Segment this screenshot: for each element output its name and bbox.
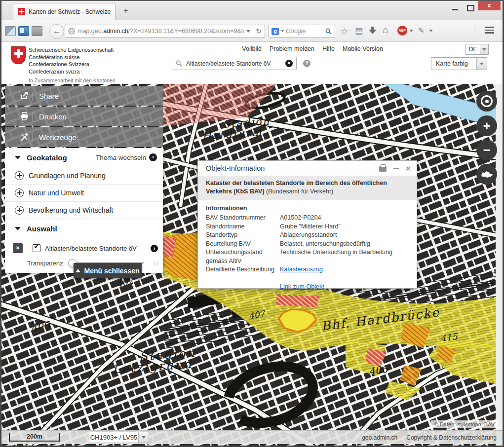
remove-layer-button[interactable]: ✕ xyxy=(13,243,23,253)
browser-search-box[interactable]: g Google xyxy=(268,25,335,37)
expand-plus-icon xyxy=(15,206,24,215)
dataset-header: Kataster der belasteten Standorte im Ber… xyxy=(198,176,417,200)
link-mobile-version[interactable]: Mobile Version xyxy=(343,45,383,52)
sidebar-item-drucken[interactable]: Drucken xyxy=(5,107,163,126)
popup-title: Objekt-Information xyxy=(206,164,379,172)
map-style-select[interactable]: Karte farbig xyxy=(431,57,487,70)
expand-plus-icon xyxy=(15,188,24,197)
scale-bar: 200m xyxy=(9,433,60,442)
popup-body: Informationen BAV Standortnummer A01502-… xyxy=(198,200,417,296)
search-input[interactable] xyxy=(185,60,282,68)
userscript-icon[interactable]: ✎ xyxy=(418,26,425,35)
addon-icon-2[interactable] xyxy=(18,26,29,36)
category-grundlagen-und-planung[interactable]: Grundlagen und Planung xyxy=(5,167,163,185)
thema-wechseln-link[interactable]: Thema wechseln › xyxy=(96,153,157,161)
crs-select[interactable]: CH1903+ / LV95 xyxy=(89,432,149,443)
bookmark-star-icon[interactable]: ☆ xyxy=(340,26,349,37)
browser-menu-icon[interactable] xyxy=(485,27,494,35)
language-select[interactable]: DE xyxy=(465,44,489,55)
object-information-popup: Objekt-Information × Kataster der belast… xyxy=(197,160,417,289)
map-search-field[interactable]: ✕ xyxy=(172,57,297,70)
tools-icon xyxy=(19,133,30,142)
minimize-icon[interactable] xyxy=(393,168,399,169)
window-minimize-button[interactable] xyxy=(452,9,458,10)
window-maximize-button[interactable] xyxy=(467,5,474,11)
auswahl-header[interactable]: Auswahl xyxy=(5,219,163,238)
geoadmin-link[interactable]: geo.admin.ch xyxy=(362,434,397,441)
window-close-button[interactable]: x xyxy=(478,1,501,10)
close-icon[interactable]: × xyxy=(406,164,411,173)
swiss-coat-of-arms-icon xyxy=(11,46,26,64)
print-icon[interactable] xyxy=(379,166,387,172)
search-placeholder: Google xyxy=(286,28,323,35)
expand-plus-icon xyxy=(15,171,24,180)
copyright-link[interactable]: Copyright & Datenschutzerklärung xyxy=(406,434,497,441)
link-zum-objekt-link[interactable]: Link zum Objekt xyxy=(280,283,324,290)
layer-visibility-checkbox[interactable]: ✓ xyxy=(33,244,40,252)
info-row: BAV Standortnummer A01502-P0204 xyxy=(206,214,409,223)
layer-name: Altlasten/belastete Standorte öV xyxy=(45,245,151,252)
share-icon xyxy=(19,91,30,100)
addon-icon-1[interactable] xyxy=(5,26,16,36)
google-logo-icon[interactable]: g xyxy=(271,28,279,35)
page-scrollbar[interactable] xyxy=(496,84,503,446)
globe-icon xyxy=(68,28,75,35)
info-row: Standortname Grube "Mittlerer Hard" xyxy=(206,223,409,231)
map-attribution[interactable]: © Daten: swisstopo, BAV xyxy=(431,420,498,428)
userscript-dropdown-icon[interactable] xyxy=(429,30,433,32)
zoom-out-button[interactable]: − xyxy=(476,140,497,160)
geolocate-button[interactable] xyxy=(476,91,497,112)
url-bar[interactable]: map.geo.admin.ch/?X=249138.11&Y=680698.2… xyxy=(65,25,265,37)
layer-info-icon[interactable]: i xyxy=(151,245,158,252)
active-layer-row: ✕ ✓ Altlasten/belastete Standorte öV i xyxy=(5,238,163,256)
popup-header[interactable]: Objekt-Information × xyxy=(198,161,417,176)
layer-reorder-arrows-icon[interactable]: ↑↓ xyxy=(153,259,158,267)
browser-tab[interactable]: Karten der Schweiz - Schweize... xyxy=(13,3,116,20)
info-row: Standorttyp Ablagerungsstandort xyxy=(206,231,409,240)
favicon-swiss-flag-icon xyxy=(18,8,25,15)
sidebar-item-share[interactable]: Share xyxy=(5,86,163,106)
map-label-415: 415 xyxy=(440,331,459,343)
magnifier-icon[interactable] xyxy=(325,28,332,35)
header-links: Vollbild Problem melden Hilfe Mobile Ver… xyxy=(242,45,383,52)
printer-icon xyxy=(19,112,30,121)
category-natur-und-umwelt[interactable]: Natur und Umwelt xyxy=(5,185,163,202)
zoom-to-switzerland-button[interactable] xyxy=(476,164,497,185)
sidebar-item-werkzeuge[interactable]: Werkzeuge xyxy=(5,127,163,147)
addon-icon-3[interactable] xyxy=(32,26,42,36)
new-tab-button[interactable]: + xyxy=(120,5,132,17)
zoom-in-button[interactable]: + xyxy=(476,115,497,136)
downloads-icon[interactable] xyxy=(369,27,377,35)
chevron-down-icon xyxy=(482,48,486,51)
katasterauszug-link[interactable]: Katasterauszug xyxy=(280,266,323,273)
search-engine-dropdown-icon[interactable] xyxy=(281,30,284,32)
info-row: Beurteilung BAV Belastet, untersuchungsb… xyxy=(206,240,409,249)
info-row: Link zum Objekt xyxy=(206,283,409,292)
info-row: Detaillierte Beschreibung Katasterauszug xyxy=(206,265,409,274)
tab-title: Karten der Schweiz - Schweize... xyxy=(29,8,111,15)
reload-icon[interactable]: ↻ xyxy=(256,27,262,35)
category-bevoelkerung-und-wirtschaft[interactable]: Bevölkerung und Wirtschaft xyxy=(5,202,163,219)
url-text: map.geo.admin.ch/?X=249138.11&Y=680698.2… xyxy=(78,28,244,35)
informationen-heading: Informationen xyxy=(206,205,409,212)
url-dropdown-icon[interactable] xyxy=(246,30,250,33)
geocatalog-panel: Geokatalog Thema wechseln › Grundlagen u… xyxy=(5,148,163,273)
cantons-note: In Zusammenarbeit mit den Kantonen xyxy=(29,77,116,84)
geokatalog-header[interactable]: Geokatalog Thema wechseln › xyxy=(5,148,163,167)
arrow-right-circle-icon: › xyxy=(149,153,157,161)
adblock-dropdown-icon[interactable] xyxy=(409,30,413,32)
back-button[interactable]: ← xyxy=(49,24,64,39)
close-menu-button[interactable]: Menü schliessen xyxy=(74,263,142,278)
adblock-icon[interactable]: ABP xyxy=(397,26,407,36)
bookmarks-menu-icon[interactable]: ▤ xyxy=(355,26,363,36)
link-hilfe[interactable]: Hilfe xyxy=(322,45,335,52)
home-icon[interactable]: ⌂ xyxy=(383,24,388,36)
collapse-triangle-icon xyxy=(15,227,21,230)
triangle-up-icon xyxy=(76,269,80,272)
link-problem-melden[interactable]: Problem melden xyxy=(270,45,314,52)
search-help-icon[interactable]: ? xyxy=(303,60,310,67)
clear-search-icon[interactable]: ✕ xyxy=(285,60,293,67)
sidebar: Share Drucken Werkzeuge Geokatalog xyxy=(5,86,163,273)
link-vollbild[interactable]: Vollbild xyxy=(242,45,262,52)
federal-org-text: Schweizerische Eidgenossenschaft Confédé… xyxy=(29,46,116,84)
